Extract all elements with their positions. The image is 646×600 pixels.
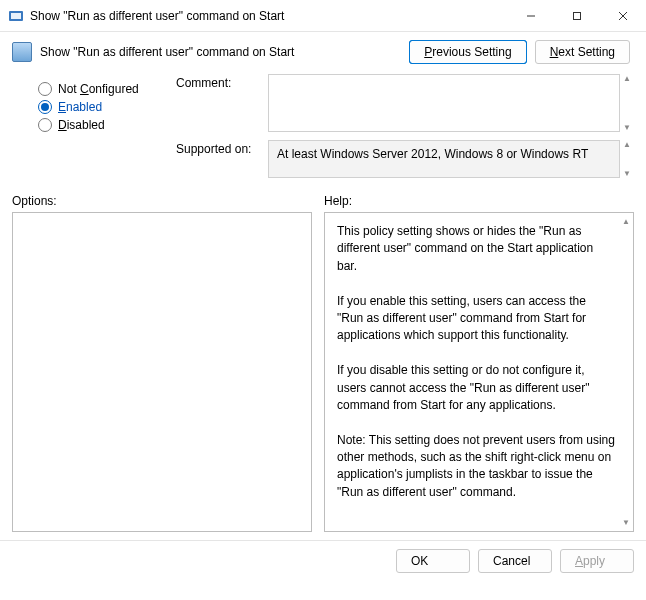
- help-text: This policy setting shows or hides the "…: [325, 213, 633, 511]
- policy-icon: [12, 42, 32, 62]
- state-radio-group: Not Configured Enabled Disabled: [8, 74, 168, 136]
- comment-textarea[interactable]: [268, 74, 620, 132]
- supported-on-label: Supported on:: [176, 140, 268, 156]
- help-pane: ▲ ▼ This policy setting shows or hides t…: [324, 212, 634, 532]
- help-label: Help:: [324, 194, 352, 208]
- comment-scroll[interactable]: ▲ ▼: [620, 74, 634, 132]
- caret-down-icon[interactable]: ▼: [622, 518, 630, 527]
- caret-up-icon: ▲: [620, 74, 634, 83]
- mnemonic-n: N: [550, 45, 559, 59]
- caret-down-icon: ▼: [620, 169, 634, 178]
- next-setting-button[interactable]: Next Setting: [535, 40, 630, 64]
- radio-icon: [38, 82, 52, 96]
- dialog-footer: OK Cancel Apply: [0, 540, 646, 586]
- options-pane: [12, 212, 312, 532]
- policy-title: Show "Run as different user" command on …: [40, 45, 409, 59]
- minimize-button[interactable]: [508, 0, 554, 32]
- caret-up-icon[interactable]: ▲: [622, 217, 630, 226]
- close-button[interactable]: [600, 0, 646, 32]
- ok-button[interactable]: OK: [396, 549, 470, 573]
- svg-rect-1: [11, 13, 21, 19]
- radio-disabled[interactable]: Disabled: [38, 118, 168, 132]
- options-label: Options:: [12, 194, 312, 208]
- help-paragraph: If you enable this setting, users can ac…: [337, 293, 615, 345]
- app-icon: [8, 8, 24, 24]
- window-title: Show "Run as different user" command on …: [30, 9, 508, 23]
- svg-rect-3: [574, 12, 581, 19]
- radio-not-configured[interactable]: Not Configured: [38, 82, 168, 96]
- supported-on-value: At least Windows Server 2012, Windows 8 …: [268, 140, 620, 178]
- help-paragraph: If you disable this setting or do not co…: [337, 362, 615, 414]
- supported-scroll: ▲ ▼: [620, 140, 634, 178]
- cancel-button[interactable]: Cancel: [478, 549, 552, 573]
- previous-setting-button[interactable]: Previous Setting: [409, 40, 526, 64]
- radio-icon: [38, 118, 52, 132]
- apply-button[interactable]: Apply: [560, 549, 634, 573]
- caret-down-icon: ▼: [620, 123, 634, 132]
- help-paragraph: This policy setting shows or hides the "…: [337, 223, 615, 275]
- radio-enabled[interactable]: Enabled: [38, 100, 168, 114]
- help-paragraph: Note: This setting does not prevent user…: [337, 432, 615, 502]
- radio-icon: [38, 100, 52, 114]
- maximize-button[interactable]: [554, 0, 600, 32]
- caret-up-icon: ▲: [620, 140, 634, 149]
- policy-header: Show "Run as different user" command on …: [0, 32, 646, 70]
- comment-label: Comment:: [176, 74, 268, 90]
- window-titlebar: Show "Run as different user" command on …: [0, 0, 646, 32]
